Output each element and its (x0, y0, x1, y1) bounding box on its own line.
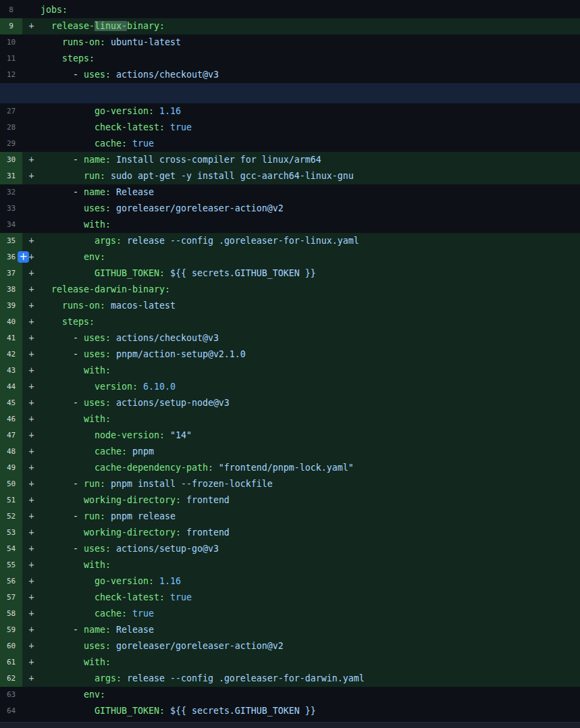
token-k: env: (41, 252, 105, 262)
code-line: 38+ release-darwin-binary: (0, 282, 580, 298)
token-s: pnpm/action-setup@v2.1.0 (111, 349, 246, 359)
code-text: - uses: pnpm/action-setup@v2.1.0 (41, 346, 580, 363)
line-number[interactable]: 53 (0, 525, 22, 541)
line-number[interactable]: 42 (0, 346, 22, 363)
code-line: 31+ run: sudo apt-get -y install gcc-aar… (0, 168, 580, 184)
diff-sign: + (22, 638, 41, 654)
token-k: env: (41, 690, 105, 700)
code-text: env: (41, 687, 580, 703)
line-number[interactable]: 8 (0, 2, 22, 18)
code-line: 9+ release-linux-binary: (0, 18, 580, 34)
token-k: node-version: (41, 430, 165, 440)
token-k: uses: (84, 70, 111, 80)
line-number[interactable]: 32 (0, 184, 22, 201)
diff-sign: + (22, 152, 41, 168)
code-line: 61+ with: (0, 654, 580, 671)
line-number[interactable]: 9 (0, 18, 22, 34)
diff-sign (22, 2, 41, 18)
token-k: cache: (41, 608, 127, 619)
code-text: jobs: (41, 2, 580, 18)
token-s: ${{ secrets.GITHUB_TOKEN }} (165, 706, 316, 716)
line-number[interactable]: 43 (0, 363, 22, 379)
token-k: go-version: (41, 576, 154, 586)
line-number[interactable]: 37 (0, 265, 22, 282)
line-number[interactable]: 31 (0, 168, 22, 184)
line-number[interactable]: 45 (0, 395, 22, 411)
line-number[interactable]: 57 (0, 590, 22, 606)
code-line: 11 steps: (0, 51, 580, 67)
expand-hunk-row[interactable] (0, 83, 580, 103)
token-k: args: (41, 673, 122, 683)
line-number[interactable]: 34 (0, 217, 22, 233)
token-k: steps: (41, 317, 95, 327)
line-number[interactable]: 62 (0, 671, 22, 687)
code-line: 8jobs: (0, 2, 580, 18)
line-number[interactable]: 38 (0, 282, 22, 298)
line-number[interactable]: 12 (0, 67, 22, 83)
token-s: frontend (181, 495, 230, 505)
line-number[interactable]: 39 (0, 298, 22, 314)
line-number[interactable]: 59 (0, 622, 22, 638)
add-comment-button[interactable]: + (18, 251, 29, 263)
token-n: true (165, 122, 192, 132)
line-number[interactable]: 50 (0, 476, 22, 492)
diff-code-view: 8jobs:9+ release-linux-binary:10 runs-on… (0, 0, 580, 719)
code-line: 12 - uses: actions/checkout@v3 (0, 67, 580, 83)
line-number[interactable]: 48 (0, 444, 22, 460)
line-number[interactable]: 64 (0, 703, 22, 719)
diff-sign: + (22, 557, 41, 573)
token-s: actions/checkout@v3 (111, 333, 219, 343)
line-number[interactable]: 27 (0, 103, 22, 120)
code-text: working-directory: frontend (41, 525, 580, 541)
line-number[interactable]: 55 (0, 557, 22, 573)
line-number[interactable]: 54 (0, 541, 22, 557)
code-line: 60+ uses: goreleaser/goreleaser-action@v… (0, 638, 580, 654)
token-k: uses: (84, 333, 111, 343)
diff-sign (22, 120, 41, 136)
line-number[interactable]: 44 (0, 379, 22, 395)
line-number[interactable]: 52 (0, 509, 22, 525)
code-line: 10 runs-on: ubuntu-latest (0, 34, 580, 51)
line-number[interactable]: 10 (0, 34, 22, 51)
code-line: 40+ steps: (0, 314, 580, 330)
line-number[interactable]: 30 (0, 152, 22, 168)
token-k: with: (41, 657, 111, 667)
line-number[interactable]: 58 (0, 606, 22, 622)
diff-sign: + (22, 395, 41, 411)
line-number[interactable]: 56 (0, 573, 22, 590)
code-text: check-latest: true (41, 120, 580, 136)
code-line: 27 go-version: 1.16 (0, 103, 580, 120)
line-number[interactable]: 35 (0, 233, 22, 249)
code-text: - run: pnpm install --frozen-lockfile (41, 476, 580, 492)
code-line: 52+ - run: pnpm release (0, 509, 580, 525)
line-number[interactable]: 40 (0, 314, 22, 330)
line-number[interactable]: 47 (0, 427, 22, 444)
code-line: 63 env: (0, 687, 580, 703)
code-text: args: release --config .goreleaser-for-l… (41, 233, 580, 249)
code-text: with: (41, 654, 580, 671)
token-s: pnpm (127, 446, 154, 457)
line-number[interactable]: 49 (0, 460, 22, 476)
token-s: "14" (165, 430, 192, 440)
token-k: uses: (41, 641, 111, 651)
line-number[interactable]: 63 (0, 687, 22, 703)
token-k: steps: (41, 53, 95, 63)
line-number[interactable]: 61 (0, 654, 22, 671)
line-number[interactable]: 60 (0, 638, 22, 654)
code-line: 30+ - name: Install cross-compiler for l… (0, 152, 580, 168)
diff-sign: + (22, 282, 41, 298)
line-number[interactable]: 46 (0, 411, 22, 427)
token-k: jobs: (41, 5, 68, 15)
diff-sign: + (22, 460, 41, 476)
token-k: GITHUB_TOKEN: (41, 268, 165, 278)
line-number[interactable]: 51 (0, 492, 22, 509)
line-number[interactable]: 29 (0, 136, 22, 152)
token-p: - (41, 155, 84, 165)
diff-sign (22, 217, 41, 233)
line-number[interactable]: 33 (0, 201, 22, 217)
line-number[interactable]: 28 (0, 120, 22, 136)
line-number[interactable]: 11 (0, 51, 22, 67)
line-number[interactable]: 41 (0, 330, 22, 346)
diff-sign: + (22, 476, 41, 492)
diff-sign: + (22, 330, 41, 346)
